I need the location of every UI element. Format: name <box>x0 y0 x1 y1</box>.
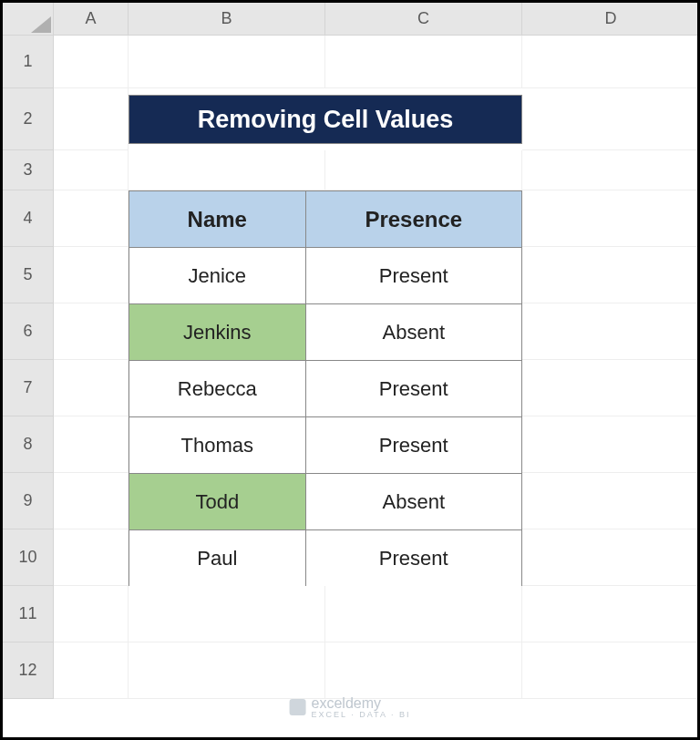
cell-A12[interactable] <box>54 642 129 699</box>
col-header-A[interactable]: A <box>54 3 129 36</box>
cell-presence[interactable]: Present <box>305 417 521 474</box>
row-header-6[interactable]: 6 <box>3 303 54 360</box>
title-merged-cell[interactable]: Removing Cell Values <box>129 88 522 150</box>
cell-name[interactable]: Thomas <box>129 417 306 474</box>
row-header-12[interactable]: 12 <box>3 642 54 699</box>
cell-C1[interactable] <box>325 36 522 88</box>
cell-presence[interactable]: Absent <box>305 304 521 361</box>
row-header-9[interactable]: 9 <box>3 473 54 529</box>
cell-C12[interactable] <box>325 642 522 699</box>
table-row: Jenice Present <box>129 248 522 304</box>
cell-presence[interactable]: Present <box>305 361 521 417</box>
cell-name[interactable]: Jenice <box>129 248 306 304</box>
data-table: Name Presence Jenice Present Jenkins Abs… <box>129 190 522 587</box>
cell-name[interactable]: Paul <box>129 530 306 587</box>
cell-D2[interactable] <box>522 88 700 150</box>
cell-presence[interactable]: Present <box>305 530 521 587</box>
cell-B11[interactable] <box>129 586 325 642</box>
cell-A5[interactable] <box>54 247 129 303</box>
cell-D8[interactable] <box>522 416 700 473</box>
cell-D5[interactable] <box>522 247 700 303</box>
spreadsheet-grid: A B C D 1 2 Removing Cell Values 3 4 Nam… <box>3 3 697 737</box>
cell-B12[interactable] <box>129 642 325 699</box>
cell-D3[interactable] <box>522 150 700 190</box>
row-header-2[interactable]: 2 <box>3 88 54 150</box>
row-header-7[interactable]: 7 <box>3 360 54 416</box>
col-header-D[interactable]: D <box>522 3 700 36</box>
row-header-10[interactable]: 10 <box>3 529 54 586</box>
cell-name[interactable]: Todd <box>129 474 306 530</box>
cell-A4[interactable] <box>54 190 129 247</box>
row-header-1[interactable]: 1 <box>3 36 54 88</box>
table-row: Todd Absent <box>129 474 522 530</box>
cell-D10[interactable] <box>522 529 700 586</box>
table-row: Paul Present <box>129 530 522 587</box>
cell-A6[interactable] <box>54 303 129 360</box>
cell-A3[interactable] <box>54 150 129 190</box>
data-region: Name Presence Jenice Present Jenkins Abs… <box>129 190 522 586</box>
header-presence[interactable]: Presence <box>305 191 521 248</box>
cell-B1[interactable] <box>129 36 325 88</box>
row-header-5[interactable]: 5 <box>3 247 54 303</box>
cell-D9[interactable] <box>522 473 700 529</box>
cell-D4[interactable] <box>522 190 700 247</box>
header-name[interactable]: Name <box>129 191 306 248</box>
cell-C11[interactable] <box>325 586 522 642</box>
cell-A7[interactable] <box>54 360 129 416</box>
cell-B3[interactable] <box>129 150 325 190</box>
cell-C3[interactable] <box>325 150 522 190</box>
table-header-row: Name Presence <box>129 191 522 248</box>
cell-A8[interactable] <box>54 416 129 473</box>
row-header-8[interactable]: 8 <box>3 416 54 473</box>
cell-A11[interactable] <box>54 586 129 642</box>
row-header-3[interactable]: 3 <box>3 150 54 190</box>
row-header-4[interactable]: 4 <box>3 190 54 247</box>
cell-name[interactable]: Jenkins <box>129 304 306 361</box>
cell-D1[interactable] <box>522 36 700 88</box>
col-header-B[interactable]: B <box>129 3 325 36</box>
row-header-11[interactable]: 11 <box>3 586 54 642</box>
cell-D7[interactable] <box>522 360 700 416</box>
cell-D11[interactable] <box>522 586 700 642</box>
select-all-corner[interactable] <box>3 3 54 36</box>
title-banner: Removing Cell Values <box>129 95 522 144</box>
cell-A2[interactable] <box>54 88 129 150</box>
col-header-C[interactable]: C <box>325 3 522 36</box>
table-row: Thomas Present <box>129 417 522 474</box>
cell-D6[interactable] <box>522 303 700 360</box>
cell-A9[interactable] <box>54 473 129 529</box>
cell-D12[interactable] <box>522 642 700 699</box>
cell-name[interactable]: Rebecca <box>129 361 306 417</box>
cell-A1[interactable] <box>54 36 129 88</box>
table-row: Rebecca Present <box>129 361 522 417</box>
cell-A10[interactable] <box>54 529 129 586</box>
table-row: Jenkins Absent <box>129 304 522 361</box>
cell-presence[interactable]: Absent <box>305 474 521 530</box>
cell-presence[interactable]: Present <box>305 248 521 304</box>
